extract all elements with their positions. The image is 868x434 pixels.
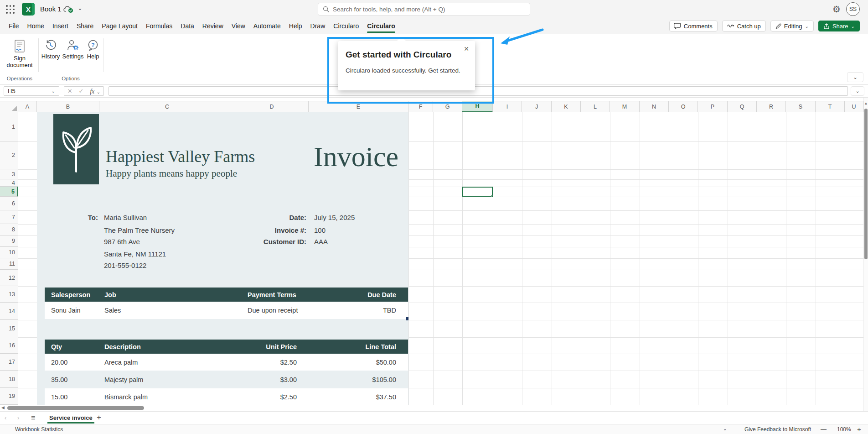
formula-bar-expand-chevron[interactable]: ⌄	[851, 86, 864, 96]
vertical-scrollbar-thumb[interactable]	[864, 109, 868, 259]
sheet-list-menu-icon[interactable]: ≡	[31, 414, 35, 422]
column-header-D[interactable]: D	[235, 101, 309, 112]
column-header-J[interactable]: J	[522, 101, 552, 112]
row-header-13[interactable]: 13	[0, 286, 18, 303]
sheet-tab-service-invoice[interactable]: Service invoice	[46, 412, 96, 424]
editing-mode-button[interactable]: Editing ⌄	[770, 21, 814, 31]
confirm-entry-icon[interactable]: ✓	[79, 88, 84, 94]
settings-button[interactable]: Settings	[61, 39, 85, 60]
menu-tab-formulas[interactable]: Formulas	[142, 18, 176, 34]
formula-input[interactable]	[108, 86, 848, 96]
menu-tab-circularo[interactable]: Circularo	[329, 18, 363, 34]
insert-function-button[interactable]: fx ⌄	[90, 87, 100, 95]
status-expand-chevron[interactable]: ⌄	[723, 426, 727, 431]
menu-tab-share[interactable]: Share	[72, 18, 98, 34]
column-header-O[interactable]: O	[669, 101, 698, 112]
column-header-P[interactable]: P	[698, 101, 728, 112]
menu-tab-view[interactable]: View	[227, 18, 249, 34]
column-header-K[interactable]: K	[552, 101, 581, 112]
fill-handle[interactable]	[491, 195, 494, 198]
workbook-statistics-button[interactable]: Workbook Statistics	[15, 426, 63, 433]
column-header-A[interactable]: A	[18, 101, 37, 112]
column-header-F[interactable]: F	[408, 101, 433, 112]
menu-tab-draw[interactable]: Draw	[306, 18, 330, 34]
ribbon-collapse-chevron[interactable]: ⌄	[847, 72, 863, 82]
zoom-out-button[interactable]: —	[821, 426, 827, 433]
excel-logo-icon[interactable]: X	[22, 3, 35, 16]
column-header-L[interactable]: L	[581, 101, 610, 112]
item-row[interactable]: 20.00 Areca palm $2.50 $50.00	[45, 354, 408, 371]
menu-tab-insert[interactable]: Insert	[48, 18, 72, 34]
row-header-14[interactable]: 14	[0, 303, 18, 320]
search-input[interactable]: Search for tools, help, and more (Alt + …	[318, 3, 530, 16]
zoom-in-button[interactable]: +	[857, 425, 861, 433]
document-title[interactable]: Book 1	[40, 5, 62, 13]
help-button[interactable]: ? Help	[85, 39, 101, 60]
menu-tab-review[interactable]: Review	[198, 18, 227, 34]
row-header-15[interactable]: 15	[0, 320, 18, 337]
history-button[interactable]: History	[40, 39, 61, 60]
menu-tab-page-layout[interactable]: Page Layout	[98, 18, 142, 34]
column-header-U[interactable]: U	[845, 101, 863, 112]
row-header-3[interactable]: 3	[0, 169, 18, 179]
table-resize-handle[interactable]	[406, 317, 408, 320]
column-header-G[interactable]: G	[433, 101, 462, 112]
active-cell-selection[interactable]	[462, 187, 493, 197]
row-header-12[interactable]: 12	[0, 270, 18, 286]
scroll-up-arrow-icon[interactable]: ▲	[864, 101, 868, 105]
name-box[interactable]: H5 ⌄	[4, 86, 59, 96]
prev-sheet-chevron[interactable]: ‹	[5, 414, 6, 421]
column-header-H[interactable]: H	[462, 101, 493, 112]
row-header-4[interactable]: 4	[0, 179, 18, 187]
column-header-Q[interactable]: Q	[728, 101, 757, 112]
menu-tab-circularo[interactable]: Circularo	[363, 18, 399, 34]
account-avatar[interactable]: SS	[846, 2, 860, 16]
row-header-11[interactable]: 11	[0, 258, 18, 270]
sign-document-button[interactable]: Sign document	[5, 39, 35, 68]
column-header-N[interactable]: N	[640, 101, 669, 112]
column-header-R[interactable]: R	[757, 101, 786, 112]
column-header-S[interactable]: S	[786, 101, 816, 112]
next-sheet-chevron[interactable]: ›	[17, 414, 19, 421]
catch-up-button[interactable]: Catch up	[722, 21, 766, 31]
row-header-18[interactable]: 18	[0, 371, 18, 388]
app-launcher-waffle-icon[interactable]	[6, 5, 15, 14]
horizontal-scrollbar-thumb[interactable]	[7, 406, 144, 410]
add-sheet-button[interactable]: +	[97, 413, 101, 422]
zoom-level[interactable]: 100%	[837, 426, 851, 433]
item-row[interactable]: 15.00 Bismarck palm $2.50 $37.50	[45, 388, 408, 405]
scroll-left-arrow-icon[interactable]: ◀	[1, 405, 5, 410]
callout-close-icon[interactable]: ✕	[464, 45, 469, 52]
row-header-8[interactable]: 8	[0, 224, 18, 235]
column-header-T[interactable]: T	[816, 101, 845, 112]
row-header-6[interactable]: 6	[0, 197, 18, 210]
row-header-16[interactable]: 16	[0, 337, 18, 354]
settings-gear-icon[interactable]: ⚙	[832, 4, 841, 15]
column-header-M[interactable]: M	[610, 101, 640, 112]
row-header-5[interactable]: 5	[0, 187, 18, 197]
column-header-C[interactable]: C	[99, 101, 235, 112]
item-row[interactable]: 35.00 Majesty palm $3.00 $105.00	[45, 371, 408, 388]
column-header-B[interactable]: B	[37, 101, 99, 112]
row-header-17[interactable]: 17	[0, 354, 18, 371]
row-header-9[interactable]: 9	[0, 235, 18, 247]
title-dropdown-chevron-icon[interactable]: ⌄	[78, 5, 83, 11]
menu-tab-automate[interactable]: Automate	[249, 18, 285, 34]
comments-button[interactable]: Comments	[669, 21, 718, 31]
menu-tab-home[interactable]: Home	[23, 18, 48, 34]
menu-tab-data[interactable]: Data	[176, 18, 198, 34]
menu-tab-file[interactable]: File	[5, 18, 23, 34]
column-header-I[interactable]: I	[493, 101, 522, 112]
menu-tab-help[interactable]: Help	[285, 18, 306, 34]
share-button[interactable]: Share ⌄	[818, 21, 860, 31]
row-header-1[interactable]: 1	[0, 112, 18, 141]
column-header-E[interactable]: E	[309, 101, 408, 112]
row-header-2[interactable]: 2	[0, 141, 18, 169]
sales-table-row[interactable]: Sonu Jain Sales Due upon receipt TBD	[45, 302, 408, 319]
row-header-7[interactable]: 7	[0, 210, 18, 224]
feedback-link[interactable]: Give Feedback to Microsoft	[744, 426, 811, 433]
select-all-corner[interactable]	[0, 101, 18, 112]
row-header-19[interactable]: 19	[0, 388, 18, 405]
cancel-entry-icon[interactable]: ✕	[67, 88, 72, 94]
row-header-10[interactable]: 10	[0, 247, 18, 258]
